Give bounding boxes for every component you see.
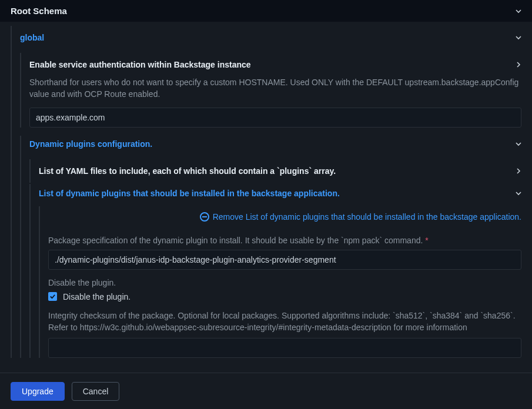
auth-heading: Enable service authentication within Bac… — [29, 60, 251, 69]
dynamic-header[interactable]: Dynamic plugins configuration. — [29, 136, 521, 156]
footer: Upgrade Cancel — [0, 373, 532, 409]
plugins-heading: List of dynamic plugins that should be i… — [39, 189, 340, 198]
plugins-header[interactable]: List of dynamic plugins that should be i… — [39, 184, 521, 203]
plugins-section: List of dynamic plugins that should be i… — [29, 184, 521, 358]
dynamic-heading: Dynamic plugins configuration. — [29, 139, 152, 149]
disable-checkbox-row: Disable the plugin. — [48, 292, 521, 301]
chevron-down-icon[interactable] — [516, 35, 521, 41]
root-title: Root Schema — [11, 6, 67, 16]
yaml-heading: List of YAML files to include, each of w… — [39, 166, 336, 176]
required-marker: * — [425, 236, 428, 245]
plugin-item: Remove List of dynamic plugins that shou… — [39, 206, 521, 358]
chevron-down-icon[interactable] — [516, 190, 521, 196]
auth-header[interactable]: Enable service authentication within Bac… — [29, 53, 521, 76]
cancel-button[interactable]: Cancel — [72, 382, 120, 401]
auth-section: Enable service authentication within Bac… — [20, 53, 521, 128]
disable-label: Disable the plugin. — [48, 278, 521, 287]
disable-checkbox[interactable] — [48, 292, 57, 301]
chevron-right-icon[interactable] — [516, 62, 521, 68]
package-label: Package specification of the dynamic plu… — [48, 236, 521, 245]
remove-plugin-button[interactable]: Remove List of dynamic plugins that shou… — [48, 206, 521, 227]
global-header[interactable]: global — [20, 26, 521, 49]
chevron-right-icon[interactable] — [516, 168, 521, 174]
package-input[interactable] — [48, 250, 521, 270]
content-area: global Enable service authentication wit… — [0, 22, 532, 373]
global-title: global — [20, 33, 44, 42]
chevron-down-icon[interactable] — [516, 8, 521, 14]
yaml-section: List of YAML files to include, each of w… — [29, 159, 521, 183]
root-schema-header[interactable]: Root Schema — [0, 0, 532, 22]
integrity-label: Integrity checksum of the package. Optio… — [48, 310, 521, 334]
remove-text: Remove List of dynamic plugins that shou… — [213, 212, 521, 222]
chevron-down-icon[interactable] — [516, 141, 521, 147]
hostname-input[interactable] — [29, 108, 521, 128]
global-section: global Enable service authentication wit… — [11, 26, 521, 358]
yaml-header[interactable]: List of YAML files to include, each of w… — [39, 159, 521, 183]
upgrade-button[interactable]: Upgrade — [11, 382, 65, 401]
dynamic-section: Dynamic plugins configuration. List of Y… — [20, 136, 521, 358]
disable-checkbox-label: Disable the plugin. — [63, 292, 131, 301]
auth-desc: Shorthand for users who do not want to s… — [29, 76, 521, 100]
integrity-input[interactable] — [48, 338, 521, 358]
minus-circle-icon — [200, 212, 209, 222]
